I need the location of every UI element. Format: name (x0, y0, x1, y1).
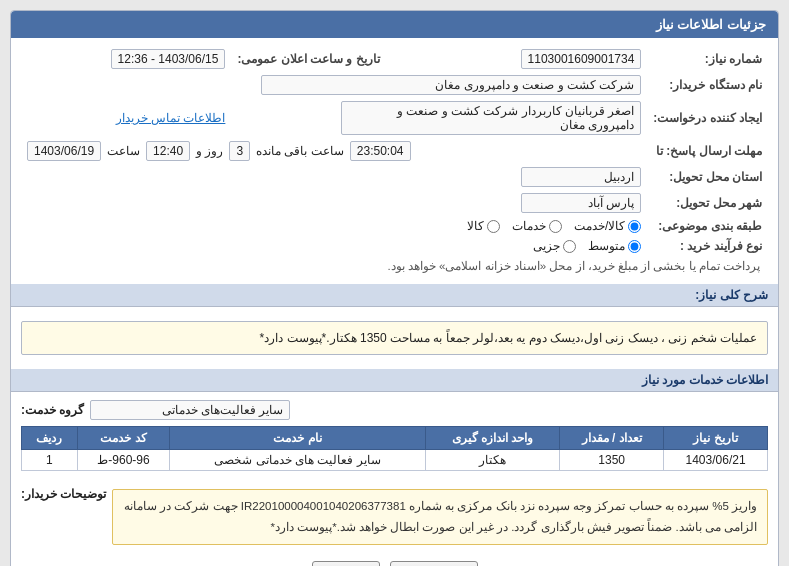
radio-motavaset[interactable] (628, 240, 641, 253)
tarikh-value: 1403/06/15 - 12:36 (21, 46, 231, 72)
button-row: بازگشت چاپ (11, 561, 778, 566)
radio-motavaset-label[interactable]: متوسط (588, 239, 641, 253)
tabaghebandi-value: کالا/خدمت خدمات کالا (21, 216, 647, 236)
grooh-value-box: سایر فعالیت‌های خدماتی (90, 400, 290, 420)
card-body: شماره نیاز: 1103001609001734 تاریخ و ساع… (11, 38, 778, 284)
mohlat-row: 23:50:04 ساعت باقی مانده 3 روز و 12:40 س… (27, 141, 641, 161)
main-card: جزئیات اطلاعات نیاز شماره نیاز: 11030016… (10, 10, 779, 566)
mohlat-roz-label: روز و (196, 144, 223, 158)
col-kod: کد خدمت (77, 427, 170, 450)
services-header-row: تاریخ نیاز تعداد / مقدار واحد اندازه گیر… (22, 427, 768, 450)
chap-button[interactable]: چاپ (312, 561, 380, 566)
mohlat-roz-box: 3 (229, 141, 250, 161)
sharh-koli-title: شرح کلی نیاز: (11, 284, 778, 307)
buyer-note-row: واریز 5% سپرده به حساب تمرکز وجه سپرده ن… (11, 479, 778, 552)
services-tbody: 1403/06/21 1350 هکتار سایر فعالیت های خد… (22, 450, 768, 471)
cell-radif: 1 (22, 450, 78, 471)
radio-kala-label[interactable]: کالا (467, 219, 500, 233)
noe-farayand-value: متوسط جزیی (21, 236, 647, 256)
card-header: جزئیات اطلاعات نیاز (11, 11, 778, 38)
mohlat-baqi-box: 23:50:04 (350, 141, 411, 161)
ijtamastemas-link[interactable]: اطلاعات تماس خریدار (116, 111, 226, 125)
row-tabaghebandi: طبقه بندی موضوعی: کالا/خدمت خدمات (21, 216, 768, 236)
namdastgah-label: نام دستگاه خریدار: (647, 72, 768, 98)
services-thead: تاریخ نیاز تعداد / مقدار واحد اندازه گیر… (22, 427, 768, 450)
cell-name: سایر فعالیت های خدماتی شخصی (170, 450, 425, 471)
radio-group-tabaghebandi: کالا/خدمت خدمات کالا (27, 219, 641, 233)
shahr-value: پارس آباد (21, 190, 647, 216)
row-namdastgah: نام دستگاه خریدار: شرکت کشت و صنعت و دام… (21, 72, 768, 98)
mohlat-date-box: 1403/06/19 (27, 141, 101, 161)
cell-vahed: هکتار (425, 450, 560, 471)
col-radif: ردیف (22, 427, 78, 450)
cell-tarikh: 1403/06/21 (664, 450, 768, 471)
tabaghebandi-label: طبقه بندی موضوعی: (647, 216, 768, 236)
ijadkonande-box: اصغر قربانیان کاربردار شرکت کشت و صنعت و… (341, 101, 641, 135)
ittilaat-title: اطلاعات خدمات مورد نیاز (11, 369, 778, 392)
ostan-value: اردبیل (21, 164, 647, 190)
shomareNiaz-label: شماره نیاز: (647, 46, 768, 72)
bazgasht-button[interactable]: بازگشت (390, 561, 478, 566)
radio-motavaset-text: متوسط (588, 239, 625, 253)
radio-kalakhadamat[interactable] (628, 220, 641, 233)
ijadkonande-label: ایجاد کننده درخواست: (647, 98, 768, 138)
services-table: تاریخ نیاز تعداد / مقدار واحد اندازه گیر… (21, 426, 768, 471)
radio-kalakhadamat-label[interactable]: کالا/خدمت (574, 219, 641, 233)
cell-kod: 960-96-ط (77, 450, 170, 471)
row-ostan: استان محل تحویل: اردبیل (21, 164, 768, 190)
row-payment-note: پرداخت تمام یا بخشی از مبلغ خرید، از محل… (21, 256, 768, 276)
buyer-note-label: توضیحات خریدار: (21, 483, 106, 501)
page-wrapper: جزئیات اطلاعات نیاز شماره نیاز: 11030016… (0, 0, 789, 566)
radio-jozi-label[interactable]: جزیی (533, 239, 576, 253)
radio-group-noe: متوسط جزیی (27, 239, 641, 253)
mohlat-label: مهلت ارسال پاسخ: تا (647, 138, 768, 164)
row-shahr: شهر محل تحویل: پارس آباد (21, 190, 768, 216)
grooh-row: سایر فعالیت‌های خدماتی گروه خدمت: (21, 400, 768, 420)
mohlat-saat-box: 12:40 (146, 141, 190, 161)
namdastgah-box: شرکت کشت و صنعت و دامپروری مغان (261, 75, 641, 95)
shahr-box: پارس آباد (521, 193, 641, 213)
ijadkonande-value: اصغر قربانیان کاربردار شرکت کشت و صنعت و… (231, 98, 647, 138)
row-noe-farayand: نوع فرآیند خرید : متوسط جزیی (21, 236, 768, 256)
info-table: شماره نیاز: 1103001609001734 تاریخ و ساع… (21, 46, 768, 276)
mohlat-saat-label: ساعت (107, 144, 140, 158)
radio-kala[interactable] (487, 220, 500, 233)
tarikh-box: 1403/06/15 - 12:36 (111, 49, 226, 69)
shahr-label: شهر محل تحویل: (647, 190, 768, 216)
grooh-label: گروه خدمت: (21, 403, 84, 417)
col-name: نام خدمت (170, 427, 425, 450)
radio-jozi-text: جزیی (533, 239, 560, 253)
row-ijadkonande: ایجاد کننده درخواست: اصغر قربانیان کاربر… (21, 98, 768, 138)
noe-farayand-label: نوع فرآیند خرید : (647, 236, 768, 256)
ijtamastemas-cell: اطلاعات تماس خریدار (21, 98, 231, 138)
tarikh-label: تاریخ و ساعت اعلان عمومی: (231, 46, 385, 72)
radio-khadamat-label[interactable]: خدمات (512, 219, 562, 233)
ostan-box: اردبیل (521, 167, 641, 187)
payment-note-text: پرداخت تمام یا بخشی از مبلغ خرید، از محل… (387, 260, 760, 272)
ostan-label: استان محل تحویل: (647, 164, 768, 190)
cell-tedad: 1350 (560, 450, 664, 471)
col-tarikh: تاریخ نیاز (664, 427, 768, 450)
shomareNiaz-value: 1103001609001734 (386, 46, 648, 72)
radio-khadamat-text: خدمات (512, 219, 546, 233)
radio-jozi[interactable] (563, 240, 576, 253)
radio-kala-text: کالا (467, 219, 484, 233)
row-mohlat: مهلت ارسال پاسخ: تا 23:50:04 ساعت باقی م… (21, 138, 768, 164)
header-title: جزئیات اطلاعات نیاز (656, 17, 766, 32)
mohlat-baqi-label: ساعت باقی مانده (256, 144, 344, 158)
col-vahed: واحد اندازه گیری (425, 427, 560, 450)
row-shomareNiaz: شماره نیاز: 1103001609001734 تاریخ و ساع… (21, 46, 768, 72)
namdastgah-value: شرکت کشت و صنعت و دامپروری مغان (21, 72, 647, 98)
ittilaat-body: سایر فعالیت‌های خدماتی گروه خدمت: تاریخ … (11, 392, 778, 479)
mohlat-value-cell: 23:50:04 ساعت باقی مانده 3 روز و 12:40 س… (21, 138, 647, 164)
buyer-note-box: واریز 5% سپرده به حساب تمرکز وجه سپرده ن… (112, 489, 768, 544)
sharh-koli-box: عملیات شخم زنی ، دیسک زنی اول،دیسک دوم ی… (21, 321, 768, 355)
col-tedad: تعداد / مقدار (560, 427, 664, 450)
shomareNiaz-box: 1103001609001734 (521, 49, 642, 69)
payment-note-cell: پرداخت تمام یا بخشی از مبلغ خرید، از محل… (21, 256, 768, 276)
radio-khadamat[interactable] (549, 220, 562, 233)
sharh-koli-body: عملیات شخم زنی ، دیسک زنی اول،دیسک دوم ی… (11, 307, 778, 369)
table-row: 1403/06/21 1350 هکتار سایر فعالیت های خد… (22, 450, 768, 471)
radio-kalakhadamat-text: کالا/خدمت (574, 219, 625, 233)
